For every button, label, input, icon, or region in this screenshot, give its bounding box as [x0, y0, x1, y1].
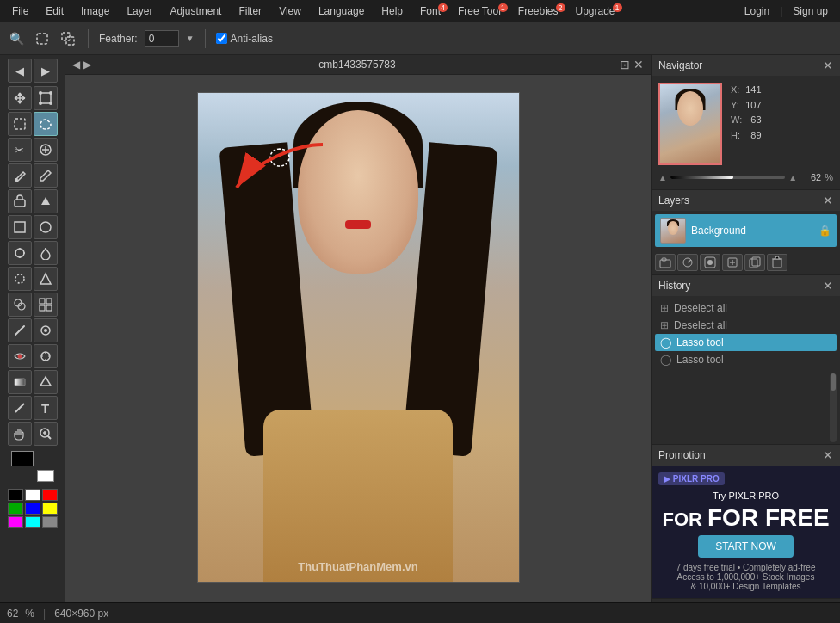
menu-filter[interactable]: Filter [232, 3, 269, 19]
swatch-8[interactable] [25, 516, 40, 528]
swatch-2[interactable] [25, 489, 40, 501]
layer-copy-btn[interactable] [744, 254, 765, 271]
swatch-3[interactable] [42, 489, 58, 501]
zoom-tool[interactable] [34, 422, 58, 446]
search-icon[interactable]: 🔍 [7, 29, 26, 48]
history-header[interactable]: History ✕ [652, 275, 840, 296]
svg-point-16 [15, 249, 24, 257]
promo-start-btn[interactable]: START NOW [698, 535, 794, 558]
menu-freebies[interactable]: Freebies 2 [511, 3, 565, 19]
promotion-header[interactable]: Promotion ✕ [652, 445, 840, 466]
history-item-2[interactable]: ⊞ Deselect all [655, 317, 837, 334]
move-tool[interactable] [8, 86, 32, 110]
swatch-4[interactable] [8, 503, 23, 515]
menu-signup[interactable]: Sign up [786, 3, 835, 19]
layer-delete-btn[interactable] [767, 254, 788, 271]
pattern-tool[interactable] [34, 293, 58, 317]
promotion-content: ▶ PIXLR PRO Try PIXLR PRO FOR FOR FREE S… [652, 466, 840, 598]
swatch-7[interactable] [8, 516, 23, 528]
swatch-5[interactable] [25, 503, 40, 515]
color-area[interactable] [11, 451, 54, 482]
layer-new-group-btn[interactable] [655, 254, 676, 271]
redeye-tool[interactable] [8, 344, 32, 368]
swatch-6[interactable] [42, 503, 58, 515]
transform-tool[interactable] [34, 86, 58, 110]
svg-rect-8 [15, 119, 25, 129]
feather-dropdown[interactable]: ▼ [186, 34, 195, 43]
navigator-preview[interactable] [658, 83, 722, 165]
canvas-image[interactable]: ThuThuatPhanMem.vn [197, 92, 520, 583]
crop-tool[interactable]: ✂ [8, 138, 32, 162]
canvas-expand-btn[interactable]: ⊡ [620, 58, 630, 71]
canvas-close-btn[interactable]: ✕ [633, 58, 644, 71]
promotion-close-btn[interactable]: ✕ [823, 448, 833, 462]
hand-tool[interactable] [8, 422, 32, 446]
menu-language[interactable]: Language [312, 3, 371, 19]
feather-input[interactable] [145, 30, 179, 47]
polygonshape-tool[interactable] [34, 370, 58, 394]
menu-font[interactable]: Font 4 [413, 3, 448, 19]
menu-login[interactable]: Login [738, 3, 776, 19]
svg-rect-2 [66, 37, 74, 45]
burn-tool[interactable] [34, 241, 58, 265]
dodge-tool[interactable] [8, 241, 32, 265]
heal-tool[interactable] [34, 138, 58, 162]
swatch-1[interactable] [8, 489, 23, 501]
line-tool[interactable] [8, 396, 32, 420]
antialias-label: Anti-alias [231, 33, 273, 45]
lasso-tool[interactable] [34, 112, 58, 136]
history-close-btn[interactable]: ✕ [823, 279, 833, 293]
menu-view[interactable]: View [272, 3, 308, 19]
layer-item-background[interactable]: Background 🔒 [655, 214, 837, 247]
brush-tool[interactable] [8, 163, 32, 188]
history-item-1[interactable]: ⊞ Deselect all [655, 299, 837, 317]
canvas-nav-left-btn[interactable]: ◀ [72, 59, 80, 71]
lasso-new-icon[interactable] [33, 29, 52, 48]
menu-adjustment[interactable]: Adjustment [163, 3, 228, 19]
nav-next-btn[interactable]: ▶ [34, 59, 58, 83]
history-scrollbar[interactable] [830, 373, 837, 442]
foreground-color[interactable] [11, 451, 34, 466]
nav-prev-btn[interactable]: ◀ [8, 59, 32, 83]
colorize-tool[interactable] [34, 318, 58, 342]
layer-adjustment-btn[interactable] [677, 254, 698, 271]
zoom-slider[interactable] [670, 176, 785, 179]
layers-header[interactable]: Layers ✕ [652, 190, 840, 211]
clone-tool[interactable] [8, 293, 32, 317]
marquee-tool[interactable] [8, 112, 32, 136]
menu-help[interactable]: Help [374, 3, 410, 19]
fill-tool[interactable] [34, 189, 58, 213]
sharpen-tool[interactable] [34, 267, 58, 291]
svg-point-27 [17, 355, 22, 359]
lasso-add-icon[interactable] [59, 29, 77, 48]
menu-image[interactable]: Image [74, 3, 116, 19]
font-badge: 4 [438, 3, 448, 12]
history-item-4[interactable]: ◯ Lasso tool [655, 351, 837, 368]
menu-upgrade[interactable]: Upgrade 1 [569, 3, 622, 19]
history-item-3[interactable]: ◯ Lasso tool [655, 334, 837, 351]
layer-mask-btn[interactable] [700, 254, 720, 271]
menu-freetool[interactable]: Free Tool 1 [451, 3, 508, 19]
svg-rect-23 [40, 305, 45, 311]
colorpicker-tool[interactable] [34, 344, 58, 368]
menu-edit[interactable]: Edit [39, 3, 71, 19]
canvas-nav-right-btn[interactable]: ▶ [83, 59, 91, 71]
background-color[interactable] [37, 470, 54, 482]
eraser-tool[interactable] [8, 189, 32, 213]
menu-file[interactable]: File [5, 3, 35, 19]
pencil-tool[interactable] [34, 163, 58, 188]
navigator-header[interactable]: Navigator ✕ [652, 55, 840, 76]
ellipse-shape-tool[interactable] [34, 215, 58, 239]
w-value: 63 [744, 113, 763, 128]
blur-tool[interactable] [8, 267, 32, 291]
menu-layer[interactable]: Layer [120, 3, 159, 19]
navigator-close-btn[interactable]: ✕ [823, 59, 833, 72]
antialias-checkbox[interactable] [216, 33, 227, 44]
rect-shape-tool[interactable] [8, 215, 32, 239]
layer-new-btn[interactable] [722, 254, 743, 271]
text-tool[interactable]: T [34, 396, 58, 420]
layers-close-btn[interactable]: ✕ [823, 194, 833, 207]
gradient-tool[interactable] [8, 370, 32, 394]
swatch-9[interactable] [42, 516, 58, 528]
smudge-tool[interactable] [8, 318, 32, 342]
